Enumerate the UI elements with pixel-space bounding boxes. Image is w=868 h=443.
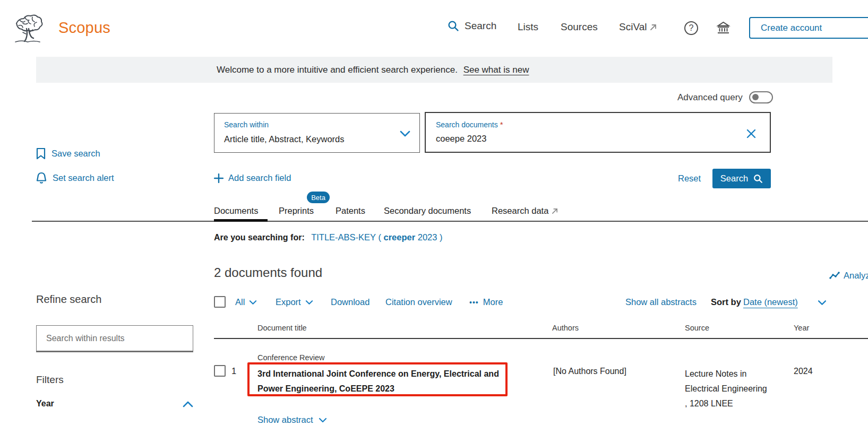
tab-research-data[interactable]: Research data	[492, 206, 558, 216]
chevron-down-icon	[249, 300, 257, 305]
add-search-field-label: Add search field	[228, 173, 291, 183]
bookmark-icon	[36, 147, 46, 160]
sort-by-label: Sort by	[711, 297, 741, 307]
nav-sources[interactable]: Sources	[561, 21, 598, 33]
set-search-alert-link[interactable]: Set search alert	[36, 172, 114, 184]
tabs-rule	[32, 221, 868, 222]
citation-overview-button[interactable]: Citation overview	[385, 297, 452, 307]
suggestion-query-pre: TITLE-ABS-KEY (	[311, 232, 381, 242]
search-button[interactable]: Search	[712, 169, 771, 188]
more-label: More	[483, 297, 503, 307]
search-button-label: Search	[720, 173, 748, 184]
toggle-knob	[752, 94, 759, 100]
results-count: 2 documents found	[214, 265, 322, 280]
column-header-source: Source	[685, 324, 709, 332]
elsevier-tree-logo[interactable]	[12, 13, 43, 44]
row-source[interactable]: Lecture Notes in Electrical Engineering …	[685, 367, 779, 411]
banner-see-whats-new-link[interactable]: See what is new	[463, 65, 529, 75]
show-all-abstracts-link[interactable]: Show all abstracts	[625, 297, 697, 307]
source-name: Lecture Notes in Electrical Engineering	[685, 367, 779, 396]
sort-value-dropdown[interactable]: Date (newest)	[743, 297, 798, 307]
set-search-alert-label: Set search alert	[53, 173, 114, 183]
tab-secondary-documents[interactable]: Secondary documents	[384, 206, 471, 216]
reset-link[interactable]: Reset	[678, 173, 701, 184]
document-title-link[interactable]: 3rd International Joint Conference on En…	[257, 367, 501, 396]
arrow-up-right-icon	[552, 208, 558, 214]
clear-x-icon[interactable]	[746, 128, 757, 139]
row-checkbox[interactable]	[214, 365, 226, 377]
column-header-authors: Authors	[552, 324, 579, 332]
tab-research-data-label: Research data	[492, 206, 548, 216]
source-detail: , 1208 LNEE	[685, 396, 779, 411]
save-search-label: Save search	[51, 149, 100, 159]
analyze-results-link[interactable]: Analyze	[829, 271, 868, 281]
all-dropdown-label: All	[235, 297, 245, 307]
save-search-link[interactable]: Save search	[36, 147, 100, 160]
advanced-query-label: Advanced query	[677, 92, 743, 103]
search-documents-label: Search documents	[436, 120, 498, 129]
arrow-up-right-icon	[650, 24, 657, 31]
beta-badge: Beta	[307, 192, 330, 203]
filter-year-label[interactable]: Year	[36, 399, 54, 409]
active-tab-underline	[214, 219, 268, 222]
search-within-label: Search within	[224, 120, 269, 129]
more-menu-button[interactable]: ••• More	[469, 297, 503, 307]
suggestion-query-term: creeper	[383, 232, 415, 242]
welcome-banner: Welcome to a more intuitive and efficien…	[36, 57, 832, 83]
banner-message: Welcome to a more intuitive and efficien…	[217, 65, 458, 75]
search-within-select[interactable]: Search within Article title, Abstract, K…	[214, 113, 420, 153]
show-abstract-link[interactable]: Show abstract	[257, 415, 327, 425]
search-button-magnifier-icon	[753, 174, 763, 184]
download-button[interactable]: Download	[331, 297, 369, 307]
tab-preprints[interactable]: Preprints	[279, 206, 314, 216]
chevron-down-icon	[305, 300, 313, 305]
export-dropdown[interactable]: Export	[276, 297, 313, 307]
document-type: Conference Review	[257, 353, 325, 362]
suggestion-query-post: 2023 )	[418, 232, 443, 242]
nav-scival[interactable]: SciVal	[619, 21, 657, 33]
add-search-field-link[interactable]: Add search field	[214, 173, 291, 183]
nav-search[interactable]: Search	[448, 20, 496, 32]
year-chevron-up-icon[interactable]	[183, 401, 193, 407]
export-dropdown-label: Export	[276, 297, 301, 307]
nav-lists[interactable]: Lists	[518, 21, 538, 33]
all-dropdown[interactable]: All	[235, 297, 257, 307]
elsevier-tree-logo-svg	[12, 13, 43, 44]
bell-icon	[36, 172, 47, 184]
brand-scopus[interactable]: Scopus	[58, 19, 110, 37]
line-chart-icon	[829, 271, 840, 280]
sort-chevron-down-icon[interactable]	[818, 300, 827, 306]
table-header-rule	[214, 338, 868, 339]
chevron-down-icon[interactable]	[399, 130, 411, 137]
refine-search-title: Refine search	[36, 293, 101, 306]
chevron-down-icon	[319, 418, 327, 423]
help-icon[interactable]: ?	[684, 21, 698, 35]
search-within-value: Article title, Abstract, Keywords	[224, 134, 345, 144]
advanced-query-control: Advanced query	[677, 91, 773, 103]
search-within-results-input[interactable]	[36, 325, 193, 352]
ellipsis-icon: •••	[469, 298, 479, 307]
nav-scival-label: SciVal	[619, 21, 647, 33]
suggestion-prefix: Are you searching for:	[214, 233, 305, 242]
select-all-checkbox[interactable]	[214, 296, 226, 308]
plus-icon	[214, 173, 224, 183]
required-asterisk: *	[500, 120, 503, 129]
filters-title: Filters	[36, 374, 64, 386]
column-header-year[interactable]: Year	[794, 324, 809, 332]
search-documents-field[interactable]: Search documents* coeepe 2023	[425, 112, 771, 153]
tab-patents[interactable]: Patents	[336, 206, 365, 216]
row-index: 1	[231, 366, 236, 376]
advanced-query-toggle[interactable]	[749, 91, 773, 103]
institution-icon[interactable]	[716, 21, 731, 37]
search-documents-value[interactable]: coeepe 2023	[436, 134, 486, 144]
header: Scopus Search Lists Sources SciVal ?	[0, 0, 868, 50]
column-header-title[interactable]: Document title	[257, 324, 307, 332]
nav-search-label: Search	[465, 20, 496, 32]
row-authors: [No Authors Found]	[553, 367, 626, 376]
tab-documents[interactable]: Documents	[214, 206, 258, 216]
create-account-label: Create account	[761, 23, 822, 33]
suggestion-query-link[interactable]: TITLE-ABS-KEY ( creeper 2023 )	[311, 232, 442, 242]
search-suggestion: Are you searching for: TITLE-ABS-KEY ( c…	[214, 232, 443, 242]
help-icon-glyph: ?	[689, 23, 694, 33]
create-account-button[interactable]: Create account	[749, 17, 868, 39]
